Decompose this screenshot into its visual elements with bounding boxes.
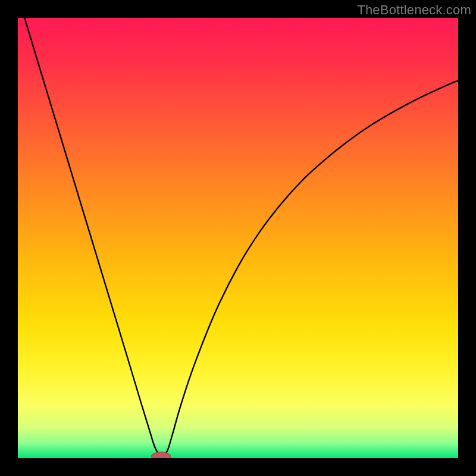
plot-svg <box>18 18 458 458</box>
plot-area <box>18 18 458 458</box>
watermark-text: TheBottleneck.com <box>357 2 471 18</box>
chart-frame: TheBottleneck.com <box>0 0 476 476</box>
gradient-background <box>18 18 458 458</box>
